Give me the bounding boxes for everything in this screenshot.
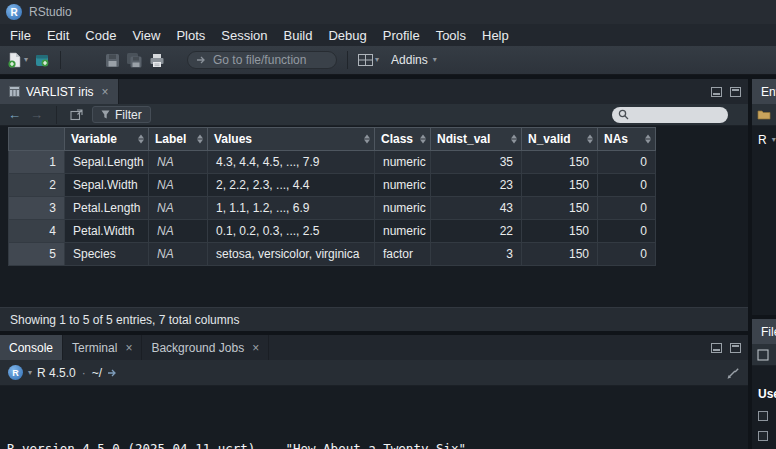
sort-icon[interactable] [364,135,370,144]
search-icon [618,109,629,120]
table-cell: numeric [375,174,431,197]
table-cell: 2, 2.2, 2.3, ..., 4.4 [208,174,375,197]
console-line: R version 4.5.0 (2025-04-11 ucrt) -- "Ho… [7,441,748,449]
menu-item[interactable]: Help [474,24,517,46]
tab-console[interactable]: Console [0,335,63,360]
table-row[interactable]: 4Petal.WidthNA0.1, 0.2, 0.3, ..., 2.5num… [9,220,656,243]
goto-file-function-input[interactable]: Go to file/function [187,51,337,69]
clear-console-button[interactable] [726,366,740,380]
files-pane: Files User [752,319,776,449]
right-column: Envi R ▾ Files [752,79,776,449]
column-header-values[interactable]: Values [208,128,375,151]
broom-icon [726,366,740,380]
save-button[interactable] [105,53,120,68]
console-toolbar: R ▾ R 4.5.0 · ~/ [0,360,748,386]
table-row[interactable]: 2Sepal.WidthNA2, 2.2, 2.3, ..., 4.4numer… [9,174,656,197]
table-cell: 3 [431,243,522,266]
chevron-down-icon[interactable]: ▾ [28,369,32,377]
file-checkbox[interactable] [758,431,768,441]
menu-item[interactable]: Profile [375,24,428,46]
goto-arrow-icon [196,55,207,65]
table-row[interactable]: 5SpeciesNAsetosa, versicolor, virginicaf… [9,243,656,266]
file-checkbox[interactable] [758,411,768,421]
close-icon[interactable]: × [102,85,109,99]
table-cell: Sepal.Length [65,151,149,174]
r-version-label: R 4.5.0 [37,366,76,380]
close-icon[interactable]: × [125,341,132,355]
menu-item[interactable]: Tools [428,24,474,46]
table-search-input[interactable] [612,107,728,123]
column-header-nas[interactable]: NAs [598,128,656,151]
forward-icon[interactable]: → [30,108,43,121]
column-header-label[interactable]: Label [149,128,208,151]
load-workspace-icon[interactable] [757,109,771,120]
tab-files[interactable]: Files [752,319,776,344]
console-output[interactable]: R version 4.5.0 (2025-04-11 ucrt) -- "Ho… [0,386,748,449]
sort-icon[interactable] [645,135,651,144]
pane-controls [711,335,741,360]
tab-environment[interactable]: Envi [752,79,776,104]
close-icon[interactable]: × [252,341,259,355]
popout-window-icon[interactable] [70,109,83,121]
tab-label: VARLIST iris [26,85,94,99]
menu-item[interactable]: Debug [320,24,374,46]
sort-icon[interactable] [587,135,593,144]
table-row[interactable]: 3Petal.LengthNA1, 1.1, 1.2, ..., 6.9nume… [9,197,656,220]
environment-language-dropdown[interactable]: R ▾ [758,133,776,147]
pane-controls [711,79,741,104]
column-header-n_valid[interactable]: N_valid [522,128,598,151]
table-cell: 23 [431,174,522,197]
table-status: Showing 1 to 5 of 5 entries, 7 total col… [0,307,748,331]
print-button[interactable] [149,53,165,68]
table-cell: 0 [598,197,656,220]
tab-background-jobs[interactable]: Background Jobs × [142,335,269,360]
table-cell: 0 [598,243,656,266]
menu-item[interactable]: File [2,24,39,46]
new-blank-file-icon[interactable] [757,349,769,361]
menu-item[interactable]: Session [213,24,275,46]
sort-icon[interactable] [138,135,144,144]
row-index-cell: 4 [9,220,65,243]
toolbar-separator [56,106,57,124]
minimize-pane-icon[interactable] [711,87,722,97]
column-header-class[interactable]: Class [375,128,431,151]
minimize-pane-icon[interactable] [711,343,722,353]
varlist-table: VariableLabelValuesClassNdist_valN_valid… [8,127,656,266]
table-cell: NA [149,197,208,220]
tab-varlist-iris[interactable]: VARLIST iris × [0,79,119,104]
varlist-toolbar: ← → Filter [0,104,748,126]
filter-button[interactable]: Filter [92,106,151,123]
goto-directory-icon[interactable] [107,368,118,378]
menu-item[interactable]: Plots [168,24,213,46]
table-cell: Petal.Length [65,197,149,220]
environment-content: R ▾ [752,126,776,315]
row-index-cell: 3 [9,197,65,220]
table-cell: 150 [522,243,598,266]
new-file-button[interactable]: ▾ [7,52,28,68]
save-all-button[interactable] [126,52,143,68]
tab-label: Envi [761,85,776,99]
window-title: RStudio [29,5,72,19]
sort-icon[interactable] [420,135,426,144]
maximize-pane-icon[interactable] [730,343,741,353]
new-project-button[interactable] [34,52,50,68]
table-row[interactable]: 1Sepal.LengthNA4.3, 4.4, 4.5, ..., 7.9nu… [9,151,656,174]
back-icon[interactable]: ← [8,108,21,121]
menu-item[interactable]: Build [276,24,321,46]
tab-terminal[interactable]: Terminal × [63,335,142,360]
console-pane: Console Terminal × Background Jobs × [0,335,748,449]
sort-icon[interactable] [511,135,517,144]
sort-icon[interactable] [197,135,203,144]
menu-item[interactable]: View [124,24,168,46]
table-wrap: VariableLabelValuesClassNdist_valN_valid… [0,126,748,266]
menu-item[interactable]: Edit [39,24,77,46]
chevron-down-icon: ▾ [24,56,28,64]
addins-menu[interactable]: Addins ▾ [391,53,437,67]
maximize-pane-icon[interactable] [730,87,741,97]
column-header-ndist_val[interactable]: Ndist_val [431,128,522,151]
column-header-variable[interactable]: Variable [65,128,149,151]
pane-layout-button[interactable]: ▾ [358,54,379,66]
menu-item[interactable]: Code [77,24,124,46]
table-cell: 150 [522,220,598,243]
r-logo-icon[interactable]: R [8,365,23,380]
